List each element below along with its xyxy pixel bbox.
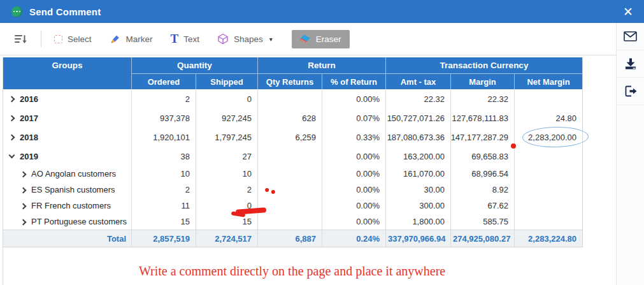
chevron-right-icon[interactable] bbox=[20, 219, 27, 225]
select-tool-button[interactable]: Select bbox=[48, 31, 98, 48]
shapes-tool-button[interactable]: Shapes ▾ bbox=[211, 29, 279, 48]
cell-margin: 147,177,287.29 bbox=[450, 128, 514, 147]
row-group-cell[interactable]: PT Portuguese customers bbox=[3, 214, 131, 230]
column-group-return[interactable]: Return bbox=[257, 57, 385, 73]
cell-ordered: 937,378 bbox=[131, 108, 196, 128]
cell-net-margin bbox=[514, 198, 582, 214]
column-group-quantity[interactable]: Quantity bbox=[131, 57, 257, 73]
cell-margin: 68,996.54 bbox=[450, 166, 514, 182]
cell-net-margin bbox=[514, 89, 582, 108]
cell-ordered: 2 bbox=[131, 182, 196, 198]
eraser-tool-button[interactable]: Eraser bbox=[292, 30, 350, 48]
row-group-cell[interactable]: AO Angolan customers bbox=[3, 166, 131, 182]
column-header-margin[interactable]: Margin bbox=[450, 73, 514, 89]
select-icon bbox=[54, 35, 62, 43]
cell-amt-tax: 22.32 bbox=[385, 89, 450, 108]
cell-pct-of-return: 0.00% bbox=[322, 214, 385, 230]
cell-qty-returns bbox=[257, 214, 322, 230]
comment-bubble-icon bbox=[11, 6, 22, 17]
cell-ordered: 15 bbox=[131, 214, 196, 230]
cell-shipped: 27 bbox=[196, 147, 257, 166]
cell-pct-of-return: 0.07% bbox=[322, 108, 385, 128]
email-button[interactable] bbox=[617, 23, 644, 50]
text-tool-button[interactable]: T Text bbox=[164, 30, 206, 48]
cell-ordered: 2 bbox=[131, 89, 196, 108]
text-icon: T bbox=[171, 34, 179, 44]
column-header-qty-returns[interactable]: Qty Returns bbox=[257, 73, 322, 89]
row-label: FR French customers bbox=[31, 201, 111, 210]
shapes-dropdown-arrow-icon[interactable]: ▾ bbox=[269, 36, 273, 43]
total-cell-qty-returns: 6,887 bbox=[257, 230, 322, 247]
cell-ordered: 10 bbox=[131, 166, 196, 182]
column-header-net-margin[interactable]: Net Margin bbox=[514, 73, 582, 89]
table-row: FR French customers1100.00%300.0067.62 bbox=[3, 198, 582, 214]
row-label: PT Portuguese customers bbox=[31, 217, 127, 226]
table-row: 201938270.00%163,200.0069,658.83 bbox=[3, 147, 582, 166]
exit-button[interactable] bbox=[617, 78, 644, 105]
toolbar-divider bbox=[41, 31, 41, 47]
close-icon[interactable]: ✕ bbox=[620, 4, 636, 19]
column-header-shipped[interactable]: Shipped bbox=[196, 73, 257, 89]
total-cell-amt-tax: 337,970,966.94 bbox=[385, 230, 450, 247]
column-header-pct-of-return[interactable]: % of Return bbox=[322, 73, 385, 89]
cell-qty-returns: 6,259 bbox=[257, 128, 322, 147]
table-header: Groups Quantity Return Transaction Curre… bbox=[3, 57, 582, 89]
chevron-right-icon[interactable] bbox=[9, 96, 15, 103]
cell-net-margin bbox=[514, 147, 582, 166]
total-cell-net-margin: 2,283,224.80 bbox=[514, 230, 582, 247]
chevron-right-icon[interactable] bbox=[9, 115, 15, 122]
page-left-border bbox=[3, 247, 3, 285]
chevron-right-icon[interactable] bbox=[20, 187, 27, 193]
total-label: Total bbox=[3, 230, 131, 247]
select-tool-label: Select bbox=[68, 34, 92, 44]
row-group-cell[interactable]: 2019 bbox=[3, 147, 131, 166]
column-header-groups[interactable]: Groups bbox=[3, 57, 131, 89]
row-label: 2016 bbox=[20, 94, 38, 104]
row-group-cell[interactable]: FR French customers bbox=[3, 198, 131, 214]
shapes-icon bbox=[217, 33, 229, 45]
cell-margin: 69,658.83 bbox=[450, 147, 514, 166]
cell-pct-of-return: 0.00% bbox=[322, 182, 385, 198]
table-row: 20181,920,1011,797,2456,2590.33%187,080,… bbox=[3, 128, 582, 147]
cell-shipped: 927,245 bbox=[196, 108, 257, 128]
sort-descending-icon[interactable] bbox=[8, 29, 33, 48]
cell-ordered: 11 bbox=[131, 198, 196, 214]
row-group-cell[interactable]: ES Spanish customers bbox=[3, 182, 131, 198]
row-group-cell[interactable]: 2017 bbox=[3, 108, 131, 128]
cell-qty-returns bbox=[257, 166, 322, 182]
chevron-right-icon[interactable] bbox=[20, 203, 27, 209]
marker-icon bbox=[110, 33, 121, 45]
total-cell-pct-of-return: 0.24% bbox=[322, 230, 385, 247]
row-label: AO Angolan customers bbox=[31, 169, 116, 179]
column-group-transaction-currency[interactable]: Transaction Currency bbox=[385, 57, 582, 73]
cell-amt-tax: 150,727,071.26 bbox=[385, 108, 450, 128]
chevron-right-icon[interactable] bbox=[20, 171, 27, 177]
annotation-toolbar: Select Marker T Text Shapes ▾ bbox=[0, 23, 616, 55]
marker-tool-button[interactable]: Marker bbox=[103, 29, 159, 48]
download-button[interactable] bbox=[617, 50, 644, 78]
total-cell-shipped: 2,724,517 bbox=[196, 230, 257, 247]
exclamation-annotation[interactable] bbox=[264, 186, 281, 207]
row-label: 2019 bbox=[20, 152, 38, 161]
comment-text-annotation[interactable]: Write a comment directly on the page and… bbox=[139, 264, 445, 279]
cell-ordered: 1,920,101 bbox=[131, 128, 196, 147]
chevron-down-icon[interactable] bbox=[9, 152, 15, 159]
cell-net-margin bbox=[514, 182, 582, 198]
cell-qty-returns: 628 bbox=[257, 108, 322, 128]
row-group-cell[interactable]: 2016 bbox=[3, 89, 131, 108]
marker-tool-label: Marker bbox=[126, 34, 153, 44]
row-group-cell[interactable]: 2018 bbox=[3, 128, 131, 147]
column-header-ordered[interactable]: Ordered bbox=[131, 73, 196, 89]
chevron-right-icon[interactable] bbox=[9, 135, 15, 141]
eraser-tool-label: Eraser bbox=[316, 34, 341, 44]
email-icon bbox=[624, 31, 637, 41]
eraser-icon bbox=[300, 34, 311, 44]
cell-shipped: 1,797,245 bbox=[196, 128, 257, 147]
table-body: 2016200.00%22.3222.322017937,378927,2456… bbox=[3, 89, 582, 230]
dot-annotation[interactable] bbox=[511, 143, 516, 149]
sort-descending-icon bbox=[14, 33, 27, 45]
cell-amt-tax: 30.00 bbox=[385, 182, 450, 198]
cell-net-margin bbox=[514, 214, 582, 230]
column-header-amt-tax[interactable]: Amt - tax bbox=[385, 73, 450, 89]
table-row: 2017937,378927,2456280.07%150,727,071.26… bbox=[3, 108, 582, 128]
